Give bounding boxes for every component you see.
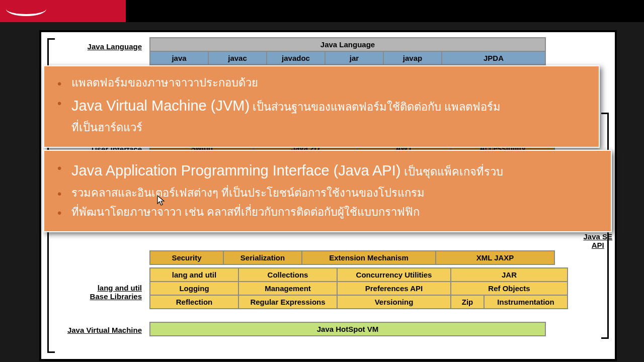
callout-strong: Java Virtual Machine (JVM) [71, 98, 250, 114]
cell: javap [383, 51, 442, 65]
callout-text: เป็นชุดแพ็คเกจที่รวบ [400, 165, 503, 178]
row-label-java-language: Java Language [41, 42, 147, 51]
cell: Versioning [337, 295, 451, 309]
callout-strong: Java Application Programming Interface (… [71, 162, 400, 178]
callout-text: รวมคลาสและอินเตอร์เฟสต่างๆ ที่เป็นประโยช… [57, 184, 598, 203]
cell: Collections [238, 268, 337, 282]
jvm-grid: Java HotSpot VM [149, 322, 546, 336]
row-label-jvm: Java Virtual Machine [41, 326, 147, 334]
cell: javadoc [267, 51, 325, 65]
cell: Logging [150, 282, 238, 295]
java-language-grid: Java Language java javac javadoc jar jav… [149, 37, 546, 65]
callout-text: Java Virtual Machine (JVM) เป็นส่วนฐานขอ… [57, 93, 586, 138]
top-bar [0, 0, 644, 22]
row-label-lang-util: lang and util Base Libraries [41, 284, 147, 301]
cell: Zip [451, 295, 484, 309]
cell: Extension Mechanism [302, 251, 436, 264]
callout-jvm: แพลตฟอร์มของภาษาจาวาประกอบด้วย Java Virt… [43, 65, 600, 148]
callout-text: ที่พัฒนาโดยภาษาจาวา เช่น คลาสที่เกี่ยวกั… [57, 203, 598, 222]
callout-text: เป็นส่วนฐานของแพลตฟอร์มใช้ติดต่อกับ แพลต… [250, 101, 501, 113]
cell: Concurrency Utilities [337, 268, 451, 282]
lang-util-grid: lang and util Collections Concurrency Ut… [149, 267, 568, 309]
cell: Java HotSpot VM [150, 322, 545, 336]
cell: java [150, 51, 208, 65]
cell: Preferences API [337, 282, 451, 295]
cell: Security [150, 251, 223, 264]
cell: Regular Expressions [238, 295, 337, 309]
cell: JAR [451, 268, 568, 282]
cell: lang and util [150, 268, 238, 282]
cell: Ref Objects [451, 282, 568, 295]
cell: Serialization [223, 251, 302, 264]
other-grid: Security Serialization Extension Mechani… [149, 250, 555, 265]
cell: Instrumentation [484, 295, 568, 309]
cell: Java Language [150, 38, 545, 51]
cell: Reflection [150, 295, 238, 309]
cell: JPDA [442, 51, 545, 65]
api-label: Java SE API [583, 232, 612, 249]
callout-text: แพลตฟอร์มของภาษาจาวาประกอบด้วย [57, 73, 586, 93]
callout-text: ที่เป็นฮาร์ดแวร์ [71, 121, 142, 134]
callout-api: Java Application Programming Interface (… [43, 150, 612, 232]
cell: jar [325, 51, 383, 65]
cell: XML JAXP [436, 251, 554, 264]
cell: Management [238, 282, 337, 295]
callout-text: Java Application Programming Interface (… [57, 158, 598, 184]
cell: javac [208, 51, 267, 65]
brand-logo [0, 0, 126, 22]
